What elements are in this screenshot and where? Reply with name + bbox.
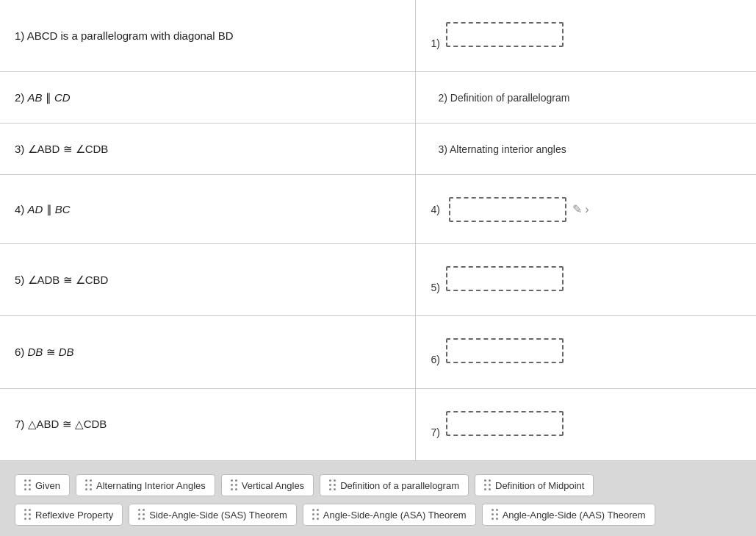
edit-icon-4: ✎ › <box>572 202 589 216</box>
chip-asa-label: Angle-Side-Angle (ASA) Theorem <box>323 510 467 521</box>
chip-asa-theorem[interactable]: Angle-Side-Angle (ASA) Theorem <box>303 504 476 526</box>
statement-1-text: 1) ABCD is a parallelogram with diagonal… <box>15 29 234 42</box>
chip-sas-theorem[interactable]: Side-Angle-Side (SAS) Theorem <box>129 504 297 526</box>
statement-4: 4) AD ∥ BC <box>0 175 416 244</box>
chip-sas-dots <box>138 509 145 521</box>
statement-2: 2) AB ∥ CD <box>0 72 416 124</box>
chip-va-label: Vertical Angles <box>242 480 304 491</box>
statement-5: 5) ∠ADB ≅ ∠CBD <box>0 243 416 315</box>
chip-dp-label: Definition of a parallelogram <box>340 480 459 491</box>
reason-5: 5) <box>416 243 756 315</box>
reason-label-7: 7) <box>431 426 439 438</box>
statement-5-text: 5) ∠ADB ≅ ∠CBD <box>15 274 108 286</box>
chip-alternating-interior-angles[interactable]: Alternating Interior Angles <box>76 474 215 496</box>
reason-label-6: 6) <box>431 354 439 365</box>
statement-7: 7) △ABD ≅ △CDB <box>0 388 416 460</box>
proof-row-5: 5) ∠ADB ≅ ∠CBD 5) <box>0 243 756 315</box>
chip-dm-dots <box>484 479 492 491</box>
reason-3-text: 3) Alternating interior angles <box>431 143 566 155</box>
reason-dropzone-7[interactable] <box>446 411 564 436</box>
chip-given[interactable]: Given <box>15 474 70 496</box>
reason-7: 7) <box>416 388 756 460</box>
statement-6: 6) DB ≅ DB <box>0 316 416 388</box>
proof-row-1: 1) ABCD is a parallelogram with diagonal… <box>0 0 756 72</box>
chip-vertical-angles[interactable]: Vertical Angles <box>221 474 314 496</box>
proof-table: 1) ABCD is a parallelogram with diagonal… <box>0 0 756 461</box>
chip-aia-dots <box>85 479 93 491</box>
chip-given-label: Given <box>35 480 60 491</box>
proof-row-4: 4) AD ∥ BC 4) ✎ › <box>0 175 756 244</box>
chip-asa-dots <box>312 509 320 521</box>
proof-row-7: 7) △ABD ≅ △CDB 7) <box>0 388 756 460</box>
statement-3: 3) ∠ABD ≅ ∠CDB <box>0 124 416 175</box>
chip-rp-dots <box>24 509 32 521</box>
chip-def-parallelogram[interactable]: Definition of a parallelogram <box>320 474 469 496</box>
reason-4: 4) ✎ › <box>416 175 756 244</box>
reason-3: 3) Alternating interior angles <box>416 124 756 175</box>
chip-row-1: Given Alternating Interior Angles Vertic… <box>15 474 741 496</box>
reason-dropzone-1[interactable] <box>446 22 564 47</box>
chip-row-2: Reflexive Property Side-Angle-Side (SAS)… <box>15 504 741 526</box>
chip-bar: Given Alternating Interior Angles Vertic… <box>0 461 756 536</box>
statement-3-text: 3) ∠ABD ≅ ∠CDB <box>15 143 108 155</box>
chip-dm-label: Definition of Midpoint <box>495 480 584 491</box>
reason-label-4: 4) <box>431 204 439 215</box>
statement-2-text: 2) AB ∥ CD <box>15 91 71 104</box>
statement-1: 1) ABCD is a parallelogram with diagonal… <box>0 0 416 72</box>
chip-reflexive-property[interactable]: Reflexive Property <box>15 504 123 526</box>
reason-2: 2) Definition of parallelogram <box>416 72 756 124</box>
chip-dp-dots <box>329 479 336 491</box>
chip-va-dots <box>231 479 238 491</box>
chip-rp-label: Reflexive Property <box>35 510 113 521</box>
main-content: 1) ABCD is a parallelogram with diagonal… <box>0 0 756 461</box>
reason-label-5: 5) <box>431 282 439 293</box>
chip-sas-label: Side-Angle-Side (SAS) Theorem <box>149 510 287 521</box>
statement-7-text: 7) △ABD ≅ △CDB <box>15 418 107 430</box>
statement-4-text: 4) AD ∥ BC <box>15 203 71 215</box>
reason-dropzone-6[interactable] <box>446 338 564 363</box>
chip-given-dots <box>24 479 32 491</box>
chip-aas-dots <box>492 509 499 521</box>
proof-row-3: 3) ∠ABD ≅ ∠CDB 3) Alternating interior a… <box>0 124 756 175</box>
statement-6-text: 6) DB ≅ DB <box>15 346 74 358</box>
proof-row-6: 6) DB ≅ DB 6) <box>0 316 756 388</box>
chip-def-midpoint[interactable]: Definition of Midpoint <box>475 474 594 496</box>
reason-2-text: 2) Definition of parallelogram <box>431 92 569 104</box>
reason-6: 6) <box>416 316 756 388</box>
reason-label-1: 1) <box>431 37 439 49</box>
chip-aas-label: Angle-Angle-Side (AAS) Theorem <box>503 510 646 521</box>
reason-1: 1) <box>416 0 756 72</box>
reason-dropzone-5[interactable] <box>446 266 564 291</box>
chip-aas-theorem[interactable]: Angle-Angle-Side (AAS) Theorem <box>482 504 655 526</box>
reason-dropzone-4[interactable] <box>449 197 566 222</box>
chip-aia-label: Alternating Interior Angles <box>96 480 206 491</box>
proof-row-2: 2) AB ∥ CD 2) Definition of parallelogra… <box>0 72 756 124</box>
